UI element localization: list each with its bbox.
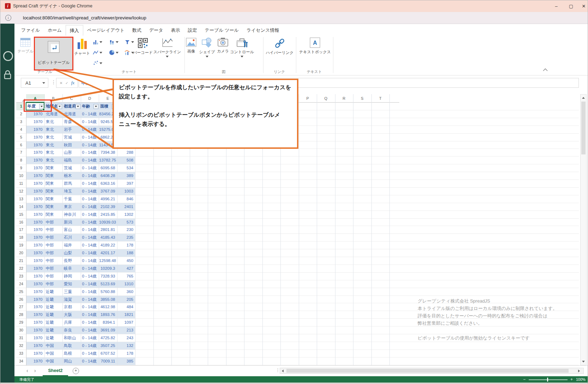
cell-C27[interactable]: 京都 bbox=[63, 303, 81, 311]
cell-C30[interactable]: 奈良 bbox=[63, 327, 81, 334]
cell-F11[interactable]: 397 bbox=[117, 180, 135, 187]
row-header-25[interactable]: 25 bbox=[16, 288, 26, 296]
cell-A27[interactable]: 1970 bbox=[26, 303, 44, 311]
cell-C8[interactable]: 福島 bbox=[63, 157, 81, 164]
cell-A11[interactable]: 1970 bbox=[26, 180, 44, 187]
cell-C6[interactable]: 秋田 bbox=[63, 141, 81, 149]
tab-ページレイアウト[interactable]: ページレイアウト bbox=[83, 25, 128, 36]
cell-A17[interactable]: 1970 bbox=[26, 226, 44, 233]
address-url[interactable]: localhost:8080/imart/well/spread_craft/v… bbox=[23, 15, 146, 20]
row-header-33[interactable]: 33 bbox=[16, 350, 26, 358]
column-header-B[interactable]: B bbox=[44, 94, 63, 103]
cell-E23[interactable]: 7328.93 bbox=[99, 273, 117, 280]
cell-B16[interactable]: 中部 bbox=[45, 219, 63, 226]
cell-C31[interactable]: 和歌山 bbox=[63, 334, 81, 342]
cell-C34[interactable]: 岡山 bbox=[63, 358, 81, 365]
maximize-button[interactable]: ▢ bbox=[567, 2, 575, 11]
cell-D14[interactable]: 0 - 14歳 bbox=[81, 203, 99, 211]
cell-B33[interactable]: 中国 bbox=[45, 350, 63, 357]
cell-D33[interactable]: 0 - 14歳 bbox=[81, 350, 99, 357]
cell-B11[interactable]: 関東 bbox=[45, 180, 63, 187]
row-header-20[interactable]: 20 bbox=[16, 249, 26, 257]
cell-B29[interactable]: 近畿 bbox=[45, 319, 63, 326]
stacked-chart-button[interactable] bbox=[109, 39, 119, 45]
cell-A9[interactable]: 1970 bbox=[26, 164, 44, 172]
chart-button[interactable]: チャート bbox=[74, 37, 91, 56]
row-header-30[interactable]: 30 bbox=[16, 327, 26, 334]
cell-D34[interactable]: 0 - 14歳 bbox=[81, 358, 99, 365]
shape-button[interactable]: シェイプ bbox=[199, 37, 216, 57]
cell-A22[interactable]: 1970 bbox=[26, 265, 44, 272]
cell-F29[interactable]: 1097 bbox=[117, 319, 135, 326]
cell-C12[interactable]: 埼玉 bbox=[63, 188, 81, 195]
cell-B24[interactable]: 中部 bbox=[45, 280, 63, 288]
cell-B22[interactable]: 中部 bbox=[45, 265, 63, 272]
cell-D19[interactable]: 0 - 14歳 bbox=[81, 242, 99, 249]
cell-D2[interactable]: 0 - 14歳 bbox=[81, 110, 99, 118]
textbox-button[interactable]: A テキストボックス bbox=[298, 37, 332, 55]
cell-C18[interactable]: 石川 bbox=[63, 234, 81, 241]
cell-A3[interactable]: 1970 bbox=[26, 118, 44, 126]
row-header-8[interactable]: 8 bbox=[16, 157, 26, 164]
cell-B4[interactable]: 東北 bbox=[45, 126, 63, 133]
zoom-out-button[interactable]: − bbox=[523, 377, 526, 382]
cell-E9[interactable]: 6095.68 bbox=[99, 164, 117, 172]
row-header-11[interactable]: 11 bbox=[16, 180, 26, 188]
column-header-D[interactable]: D bbox=[81, 94, 99, 103]
cell-D20[interactable]: 0 - 14歳 bbox=[81, 249, 99, 257]
cell-C10[interactable]: 栃木 bbox=[63, 172, 81, 179]
pivot-table-button[interactable]: ピボットテーブル bbox=[35, 37, 73, 70]
cell-B21[interactable]: 中部 bbox=[45, 257, 63, 264]
tab-表示[interactable]: 表示 bbox=[167, 25, 184, 36]
cell-B18[interactable]: 中部 bbox=[45, 234, 63, 241]
cell-A32[interactable]: 1970 bbox=[26, 342, 44, 349]
cell-A6[interactable]: 1970 bbox=[26, 141, 44, 149]
row-header-10[interactable]: 10 bbox=[16, 172, 26, 180]
cell-D3[interactable]: 0 - 14歳 bbox=[81, 118, 99, 126]
cell-C28[interactable]: 大阪 bbox=[63, 311, 81, 318]
cell-A18[interactable]: 1970 bbox=[26, 234, 44, 241]
cell-E25[interactable]: 5760.88 bbox=[99, 288, 117, 295]
cell-D27[interactable]: 0 - 14歳 bbox=[81, 303, 99, 311]
cell-C17[interactable]: 富山 bbox=[63, 226, 81, 233]
cell-A28[interactable]: 1970 bbox=[26, 311, 44, 318]
cell-B9[interactable]: 関東 bbox=[45, 164, 63, 172]
column-header-T[interactable]: T bbox=[371, 94, 390, 103]
tab-ライセンス情報[interactable]: ライセンス情報 bbox=[243, 25, 283, 36]
confirm-icon[interactable]: ✓ bbox=[65, 81, 68, 85]
cell-D5[interactable]: 0 - 14歳 bbox=[81, 134, 99, 141]
lock-icon[interactable] bbox=[4, 70, 11, 79]
cell-F33[interactable]: 178 bbox=[117, 350, 135, 357]
cell-F24[interactable]: 1310 bbox=[117, 280, 135, 288]
cell-F31[interactable]: 243 bbox=[117, 334, 135, 342]
cell-F17[interactable]: 230 bbox=[117, 226, 135, 233]
next-sheet-icon[interactable]: › bbox=[34, 368, 36, 373]
cell-F28[interactable]: 1821 bbox=[117, 311, 135, 318]
row-header-26[interactable]: 26 bbox=[16, 296, 26, 304]
tab-設定[interactable]: 設定 bbox=[184, 25, 201, 36]
add-sheet-button[interactable]: + bbox=[73, 368, 79, 374]
row-header-13[interactable]: 13 bbox=[16, 195, 26, 203]
column-chart-button[interactable] bbox=[93, 39, 102, 45]
cell-D21[interactable]: 0 - 14歳 bbox=[81, 257, 99, 264]
cell-A4[interactable]: 1970 bbox=[26, 126, 44, 133]
cell-C22[interactable]: 岐阜 bbox=[63, 265, 81, 272]
cell-E8[interactable]: 13782.75 bbox=[99, 157, 117, 164]
cell-A10[interactable]: 1970 bbox=[26, 172, 44, 179]
cell-E7[interactable]: 7394.38 bbox=[99, 149, 117, 156]
cell-A33[interactable]: 1970 bbox=[26, 350, 44, 357]
scroll-left-icon[interactable] bbox=[282, 370, 284, 372]
row-header-16[interactable]: 16 bbox=[16, 219, 26, 226]
cell-C21[interactable]: 長野 bbox=[63, 257, 81, 264]
row-header-21[interactable]: 21 bbox=[16, 257, 26, 265]
scroll-up-icon[interactable] bbox=[582, 97, 585, 99]
cell-D16[interactable]: 0 - 14歳 bbox=[81, 219, 99, 226]
cell-F13[interactable]: 846 bbox=[117, 195, 135, 203]
cell-A29[interactable]: 1970 bbox=[26, 319, 44, 326]
select-all-button[interactable] bbox=[16, 94, 26, 103]
row-header-31[interactable]: 31 bbox=[16, 334, 26, 342]
cell-E17[interactable]: 2801.81 bbox=[99, 226, 117, 233]
site-info-icon[interactable]: i bbox=[5, 15, 11, 21]
cell-C25[interactable]: 三重 bbox=[63, 288, 81, 295]
cell-E30[interactable]: 3691.09 bbox=[99, 327, 117, 334]
